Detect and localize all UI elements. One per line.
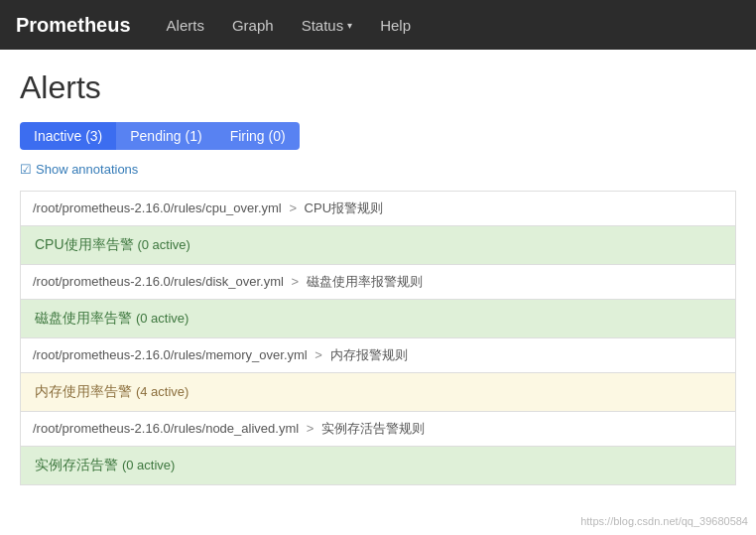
annotations-label: Show annotations — [36, 162, 138, 177]
alert-item-node: 实例存活告警 (0 active) — [21, 447, 735, 484]
group-name-node: 实例存活告警规则 — [321, 421, 425, 436]
nav-alerts[interactable]: Alerts — [155, 11, 216, 40]
tab-pending[interactable]: Pending (1) — [116, 122, 215, 150]
show-annotations-link[interactable]: ☑ Show annotations — [20, 162, 736, 177]
group-path-memory: /root/prometheus-2.16.0/rules/memory_ove… — [33, 347, 308, 362]
alert-group-cpu: /root/prometheus-2.16.0/rules/cpu_over.y… — [20, 191, 736, 265]
tab-inactive[interactable]: Inactive (3) — [20, 122, 116, 150]
nav-graph[interactable]: Graph — [220, 11, 286, 40]
group-name-cpu: CPU报警规则 — [305, 201, 383, 215]
group-path-node: /root/prometheus-2.16.0/rules/node_alive… — [33, 421, 299, 436]
tab-firing[interactable]: Firing (0) — [216, 122, 300, 150]
group-name-disk: 磁盘使用率报警规则 — [307, 274, 423, 289]
alert-group-node: /root/prometheus-2.16.0/rules/node_alive… — [20, 412, 736, 485]
group-path-cpu: /root/prometheus-2.16.0/rules/cpu_over.y… — [33, 201, 282, 215]
group-name-memory: 内存报警规则 — [330, 347, 408, 362]
separator-node: > — [307, 421, 315, 436]
alert-name-cpu: CPU使用率告警 — [35, 236, 134, 252]
alert-groups-container: /root/prometheus-2.16.0/rules/cpu_over.y… — [20, 191, 736, 485]
group-header-disk: /root/prometheus-2.16.0/rules/disk_over.… — [21, 265, 735, 300]
group-header-cpu: /root/prometheus-2.16.0/rules/cpu_over.y… — [21, 192, 735, 226]
alert-item-cpu: CPU使用率告警 (0 active) — [21, 226, 735, 264]
alert-name-memory: 内存使用率告警 — [35, 383, 132, 399]
alert-group-memory: /root/prometheus-2.16.0/rules/memory_ove… — [20, 338, 736, 412]
page-title: Alerts — [20, 69, 736, 106]
alert-group-disk: /root/prometheus-2.16.0/rules/disk_over.… — [20, 265, 736, 338]
alert-name-disk: 磁盘使用率告警 — [35, 310, 132, 326]
filter-tabs: Inactive (3) Pending (1) Firing (0) — [20, 122, 736, 150]
main-content: Alerts Inactive (3) Pending (1) Firing (… — [0, 50, 756, 505]
alert-count-cpu: (0 active) — [137, 237, 189, 252]
check-icon: ☑ — [20, 162, 32, 177]
alert-item-memory: 内存使用率告警 (4 active) — [21, 373, 735, 411]
group-header-node: /root/prometheus-2.16.0/rules/node_alive… — [21, 412, 735, 447]
group-header-memory: /root/prometheus-2.16.0/rules/memory_ove… — [21, 338, 735, 373]
alert-count-node: (0 active) — [122, 458, 175, 472]
nav-links: Alerts Graph Status ▾ Help — [155, 11, 423, 40]
alert-name-node: 实例存活告警 — [35, 457, 118, 472]
chevron-down-icon: ▾ — [347, 20, 352, 31]
alert-count-memory: (4 active) — [136, 384, 189, 399]
alert-count-disk: (0 active) — [136, 311, 189, 326]
separator-disk: > — [292, 274, 300, 289]
separator-cpu: > — [289, 201, 297, 215]
brand-logo[interactable]: Prometheus — [16, 14, 131, 37]
navbar: Prometheus Alerts Graph Status ▾ Help — [0, 0, 756, 50]
nav-status[interactable]: Status ▾ — [290, 11, 365, 40]
group-path-disk: /root/prometheus-2.16.0/rules/disk_over.… — [33, 274, 284, 289]
alert-item-disk: 磁盘使用率告警 (0 active) — [21, 300, 735, 337]
separator-memory: > — [315, 347, 322, 362]
nav-status-label: Status — [302, 17, 344, 34]
nav-help[interactable]: Help — [368, 11, 423, 40]
